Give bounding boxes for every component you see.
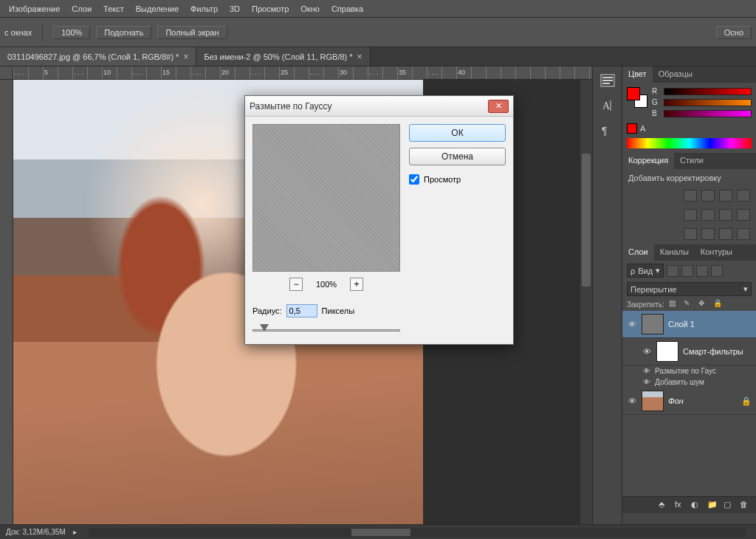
filter-adjust-icon[interactable]	[681, 265, 693, 277]
character-icon[interactable]: A	[600, 99, 615, 112]
link-layers-icon[interactable]: ⬘	[659, 500, 670, 510]
menu-select[interactable]: Выделение	[130, 1, 185, 16]
menu-layers[interactable]: Слои	[66, 1, 97, 16]
filter-shape-icon[interactable]	[711, 265, 723, 277]
close-icon[interactable]: ×	[183, 52, 188, 62]
posterize-icon[interactable]	[701, 228, 715, 240]
cancel-button[interactable]: Отмена	[409, 148, 506, 165]
gradient-map-icon[interactable]	[737, 228, 750, 240]
eye-icon[interactable]: 👁	[627, 320, 637, 329]
right-panel-area: A ¶ Цвет Образцы R	[592, 66, 756, 524]
dialog-titlebar[interactable]: Размытие по Гауссу ✕	[245, 96, 513, 117]
radius-input[interactable]	[286, 304, 317, 317]
fit-button[interactable]: Подогнать	[96, 26, 151, 39]
hue-ramp[interactable]	[627, 138, 752, 148]
layer-thumb[interactable]	[642, 314, 664, 334]
zoom-level-button[interactable]: 100%	[53, 26, 90, 39]
exposure-icon[interactable]	[737, 190, 750, 202]
smart-filter-gaussian[interactable]: 👁 Размытие по Гаус	[622, 365, 756, 377]
layer-mask-icon[interactable]: ◐	[691, 500, 703, 510]
eye-icon[interactable]: 👁	[643, 378, 650, 386]
photo-filter-icon[interactable]	[737, 209, 750, 221]
eye-icon[interactable]: 👁	[642, 347, 652, 356]
lock-position-icon[interactable]: ✥	[698, 299, 709, 309]
smart-filter-noise[interactable]: 👁 Добавить шум	[622, 377, 756, 388]
svg-text:A: A	[602, 100, 611, 111]
g-slider[interactable]	[664, 99, 752, 106]
brightness-icon[interactable]	[684, 190, 697, 202]
tab-layers[interactable]: Слои	[622, 244, 654, 261]
smart-filter-mask-thumb[interactable]	[656, 341, 678, 362]
filter-image-icon[interactable]	[667, 265, 678, 277]
menu-window[interactable]: Окно	[295, 1, 326, 16]
r-slider[interactable]	[664, 88, 752, 95]
tab-color[interactable]: Цвет	[622, 66, 653, 83]
layer-item-1[interactable]: 👁 Слой 1	[622, 311, 756, 338]
eye-icon[interactable]: 👁	[643, 367, 650, 375]
lock-all-icon[interactable]: 🔒	[713, 299, 724, 309]
document-tab-1[interactable]: 03110496827.jpg @ 66,7% (Слой 1, RGB/8#)…	[0, 47, 196, 66]
smart-filters-item[interactable]: 👁 Смарт-фильтры	[622, 338, 756, 365]
tab-swatches[interactable]: Образцы	[653, 66, 698, 83]
bw-icon[interactable]	[719, 209, 732, 221]
gamut-warning[interactable]: А	[627, 123, 752, 134]
layer-thumb[interactable]	[642, 391, 664, 411]
slider-handle[interactable]	[260, 324, 269, 332]
options-right-button[interactable]: Осно	[716, 26, 752, 39]
ruler-vertical[interactable]	[0, 80, 13, 524]
preview-checkbox[interactable]	[409, 174, 419, 185]
blend-mode-dropdown[interactable]: Перекрытие ▾	[627, 282, 752, 296]
filter-type-icon[interactable]	[696, 265, 708, 277]
menu-3d[interactable]: 3D	[224, 1, 246, 16]
preview-checkbox-row[interactable]: Просмотр	[409, 174, 506, 185]
layer-name[interactable]: Слой 1	[668, 320, 752, 329]
tab-paths[interactable]: Контуры	[695, 244, 738, 261]
menu-filter[interactable]: Фильтр	[185, 1, 224, 16]
fg-bg-swatch[interactable]	[627, 87, 647, 108]
document-tab-2[interactable]: Без имени-2 @ 50% (Слой 11, RGB/8) * ×	[196, 47, 370, 66]
layer-filter-dropdown[interactable]: ρ Вид ▾	[627, 264, 664, 278]
vertical-scrollbar[interactable]	[580, 80, 592, 524]
close-icon[interactable]: ×	[357, 52, 362, 62]
fullscreen-button[interactable]: Полный экран	[157, 26, 227, 39]
new-group-icon[interactable]: 📁	[707, 500, 719, 510]
delete-layer-icon[interactable]: 🗑	[740, 500, 752, 510]
layer-style-icon[interactable]: fx	[675, 500, 687, 510]
balance-icon[interactable]	[701, 209, 715, 221]
tab-correction[interactable]: Коррекция	[622, 153, 674, 169]
b-slider[interactable]	[664, 110, 752, 117]
hue-icon[interactable]	[684, 209, 697, 221]
eye-icon[interactable]: 👁	[627, 396, 637, 405]
chevron-right-icon[interactable]: ▸	[73, 528, 77, 536]
ruler-horizontal[interactable]: . . .5. . .10. . .15. . .20. . .25. . .3…	[13, 66, 592, 80]
doc-size-label: Док: 3,12M/6,35M	[6, 528, 66, 536]
menu-view[interactable]: Просмотр	[246, 1, 295, 16]
ok-button[interactable]: ОК	[409, 124, 506, 142]
levels-icon[interactable]	[701, 190, 715, 202]
new-layer-icon[interactable]: ▢	[724, 500, 735, 510]
horizontal-scrollbar[interactable]	[89, 528, 746, 537]
tab-styles[interactable]: Стили	[674, 153, 709, 169]
foreground-color[interactable]	[627, 87, 640, 100]
preview-checkbox-label: Просмотр	[424, 175, 461, 184]
zoom-in-button[interactable]: +	[350, 278, 363, 291]
tab-channels[interactable]: Каналы	[654, 244, 695, 261]
filter-preview[interactable]	[252, 124, 400, 272]
lock-brush-icon[interactable]: ✎	[684, 299, 694, 309]
paragraph-icon[interactable]: ¶	[600, 124, 615, 137]
invert-icon[interactable]	[684, 228, 697, 240]
menu-image[interactable]: Изображение	[3, 1, 66, 16]
g-label: G	[652, 98, 659, 106]
curves-icon[interactable]	[719, 190, 732, 202]
radius-slider[interactable]	[252, 323, 400, 337]
close-icon[interactable]: ✕	[488, 100, 509, 113]
lock-pixels-icon[interactable]: ▨	[669, 299, 679, 309]
threshold-icon[interactable]	[719, 228, 732, 240]
history-icon[interactable]	[600, 74, 615, 87]
menu-text[interactable]: Текст	[97, 1, 130, 16]
layer-name[interactable]: Фон	[668, 396, 737, 405]
zoom-out-button[interactable]: −	[289, 278, 303, 291]
menu-help[interactable]: Справка	[326, 1, 369, 16]
layer-item-background[interactable]: 👁 Фон 🔒	[622, 388, 756, 415]
menu-bar: Изображение Слои Текст Выделение Фильтр …	[0, 0, 756, 18]
